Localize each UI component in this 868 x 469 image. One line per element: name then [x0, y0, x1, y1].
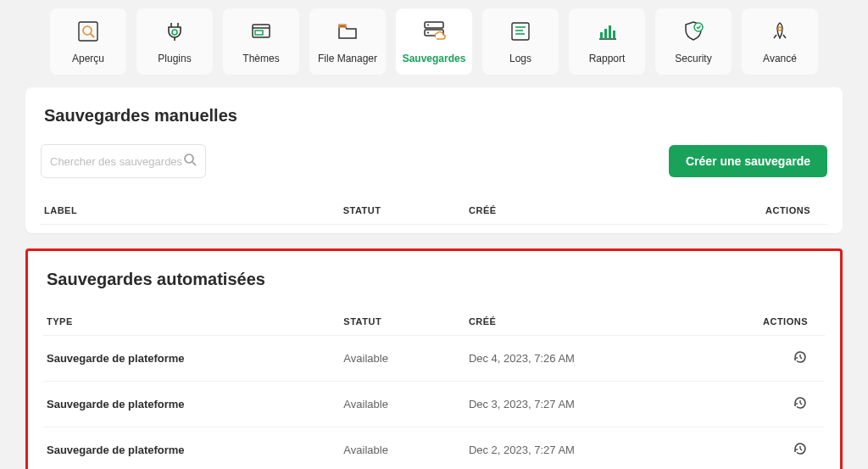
col-type: TYPE [43, 308, 340, 336]
tab-report[interactable]: Rapport [569, 8, 645, 75]
tab-label: Thèmes [242, 53, 279, 64]
restore-button[interactable] [793, 349, 808, 365]
row-created: Dec 4, 2023, 7:26 AM [465, 336, 700, 382]
lines-icon [508, 19, 533, 44]
svg-rect-18 [604, 29, 607, 39]
row-created: Dec 2, 2023, 7:27 AM [465, 427, 700, 470]
automated-backups-title: Sauvegardes automatisées [43, 270, 825, 289]
tab-bar: Aperçu Plugins Thèmes [25, 8, 843, 75]
rocket-icon [767, 19, 793, 44]
svg-rect-20 [613, 31, 615, 39]
tab-label: Plugins [158, 53, 191, 64]
tab-label: Avancé [763, 53, 797, 64]
shield-icon [681, 19, 706, 44]
col-actions: ACTIONS [702, 197, 828, 225]
tab-overview[interactable]: Aperçu [50, 8, 126, 75]
svg-rect-6 [255, 31, 263, 35]
col-label: LABEL [41, 197, 340, 225]
tab-label: Sauvegardes [403, 53, 466, 64]
tab-security[interactable]: Security [655, 8, 732, 75]
svg-rect-12 [512, 23, 529, 40]
svg-line-30 [800, 449, 802, 450]
row-type: Sauvegarde de plateforme [43, 336, 340, 382]
tab-logs[interactable]: Logs [482, 8, 559, 75]
table-row: Sauvegarde de plateforme Available Dec 4… [43, 336, 825, 382]
magnifier-icon [75, 19, 101, 44]
tab-label: Security [675, 53, 711, 64]
automated-backups-card: Sauvegardes automatisées TYPE STATUT CRÉ… [25, 248, 843, 469]
restore-button[interactable] [793, 441, 808, 456]
bar-chart-icon [594, 19, 620, 44]
svg-rect-17 [600, 32, 603, 39]
restore-button[interactable] [793, 395, 808, 410]
row-status: Available [340, 427, 465, 470]
search-input[interactable] [50, 155, 183, 168]
svg-point-11 [427, 32, 429, 34]
folder-icon [335, 19, 360, 44]
table-row: Sauvegarde de plateforme Available Dec 3… [43, 382, 825, 427]
tab-label: Rapport [589, 53, 626, 64]
col-created: CRÉÉ [465, 308, 700, 336]
plug-icon [162, 19, 187, 44]
tab-plugins[interactable]: Plugins [136, 8, 213, 75]
manual-backups-card: Sauvegardes manuelles Créer une sauvegar… [25, 87, 843, 233]
row-status: Available [340, 382, 465, 427]
svg-rect-19 [609, 25, 611, 39]
manual-backups-table: LABEL STATUT CRÉÉ ACTIONS [41, 197, 827, 225]
manual-toolbar: Créer une sauvegarde [41, 144, 827, 178]
tab-label: Logs [509, 53, 531, 64]
svg-point-10 [427, 25, 429, 26]
tab-themes[interactable]: Thèmes [223, 8, 299, 75]
col-status: STATUT [340, 197, 465, 225]
svg-point-1 [83, 26, 92, 35]
tab-advanced[interactable]: Avancé [742, 8, 818, 75]
col-created: CRÉÉ [465, 197, 701, 225]
col-actions: ACTIONS [699, 308, 825, 336]
svg-line-28 [800, 403, 802, 405]
row-type: Sauvegarde de plateforme [43, 427, 340, 470]
create-backup-button[interactable]: Créer une sauvegarde [669, 145, 827, 177]
tab-label: Aperçu [72, 53, 104, 64]
table-row: Sauvegarde de plateforme Available Dec 2… [43, 427, 825, 470]
svg-line-26 [800, 357, 802, 359]
svg-line-24 [192, 162, 196, 165]
svg-line-2 [91, 34, 94, 37]
tab-backups[interactable]: Sauvegardes [396, 8, 472, 75]
svg-point-3 [172, 30, 177, 35]
svg-rect-0 [79, 22, 97, 41]
svg-point-23 [185, 154, 193, 163]
tab-label: File Manager [318, 53, 377, 64]
col-status: STATUT [340, 308, 465, 336]
row-created: Dec 3, 2023, 7:27 AM [465, 382, 700, 427]
row-status: Available [340, 336, 465, 382]
search-wrap [41, 144, 206, 178]
tab-filemanager[interactable]: File Manager [309, 8, 386, 75]
row-type: Sauvegarde de plateforme [43, 382, 340, 427]
manual-backups-title: Sauvegardes manuelles [41, 106, 827, 126]
window-icon [248, 19, 274, 44]
automated-backups-table: TYPE STATUT CRÉÉ ACTIONS Sauvegarde de p… [43, 308, 825, 469]
server-cloud-icon [421, 19, 447, 44]
svg-point-22 [778, 27, 782, 31]
search-icon[interactable] [183, 153, 197, 170]
